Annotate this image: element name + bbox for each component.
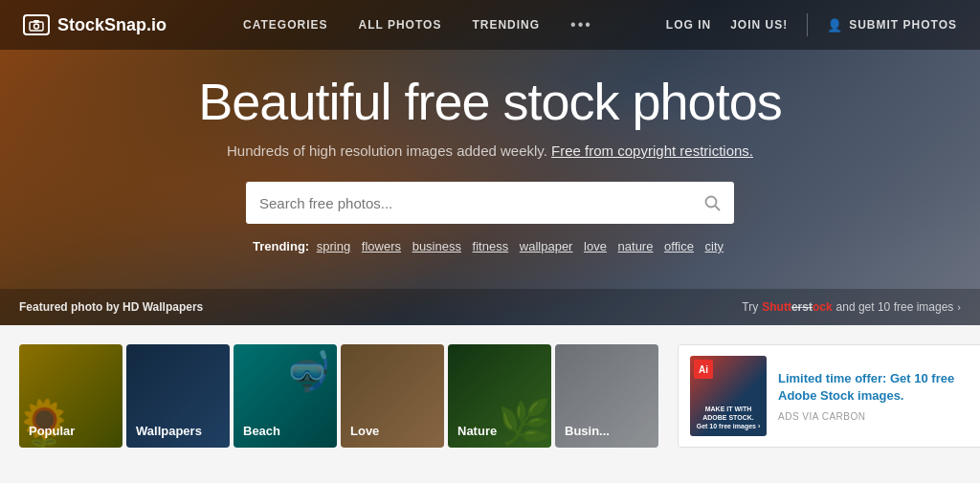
brand-name: StockSnap.io (57, 15, 167, 35)
nav-right: Log In Join Us! 👤 Submit Photos (666, 13, 957, 36)
trending-tag-spring[interactable]: spring (317, 239, 350, 253)
trending-row: Trending: spring flowers business fitnes… (19, 239, 961, 253)
trending-label: Trending: (253, 239, 309, 253)
submit-photos-button[interactable]: 👤 Submit Photos (827, 18, 957, 33)
search-button[interactable] (704, 195, 721, 211)
nav-all-photos-link[interactable]: All Photos (358, 18, 441, 32)
category-business[interactable]: Busin... (555, 344, 658, 448)
category-beach[interactable]: 🤿 Beach (234, 344, 337, 448)
adobe-logo: Ai (694, 360, 713, 379)
logo[interactable]: StockSnap.io (23, 14, 167, 35)
ad-source: ADS VIA CARBON (778, 411, 971, 422)
copyright-link[interactable]: Free from copyright restrictions. (551, 143, 753, 159)
hero-footer: Featured photo by HD Wallpapers Try Shut… (0, 289, 980, 325)
person-icon: 👤 (827, 18, 843, 33)
trending-tag-city[interactable]: city (705, 239, 724, 253)
shutterstock-promo[interactable]: Try Shutterstock and get 10 free images … (742, 300, 961, 314)
nav-more-dots[interactable]: ••• (570, 16, 592, 33)
category-popular-label: Popular (29, 424, 75, 438)
hero-title: Beautiful free stock photos (19, 72, 961, 131)
category-love[interactable]: Love (341, 344, 444, 448)
nav-join-link[interactable]: Join Us! (730, 18, 788, 32)
shutterstock-name: Shutterstock (762, 300, 832, 314)
search-input[interactable] (259, 195, 704, 211)
ad-image-text: MAKE IT WITH ADOBE STOCK.Get 10 free ima… (690, 405, 767, 436)
svg-line-4 (715, 206, 719, 209)
category-wallpapers-label: Wallpapers (136, 424, 202, 438)
nav-divider (807, 13, 808, 36)
trending-tag-business[interactable]: business (412, 239, 461, 253)
search-icon (704, 195, 721, 211)
trending-tag-fitness[interactable]: fitness (473, 239, 509, 253)
ad-text: Limited time offer: Get 10 free Adobe St… (778, 370, 971, 422)
navbar: StockSnap.io Categories All Photos Trend… (0, 0, 980, 50)
ad-headline[interactable]: Limited time offer: Get 10 free Adobe St… (778, 370, 971, 404)
nav-categories-link[interactable]: Categories (243, 18, 327, 32)
logo-icon (23, 14, 50, 35)
chevron-right-icon: › (957, 301, 961, 313)
trending-tag-flowers[interactable]: flowers (362, 239, 401, 253)
trending-tag-nature[interactable]: nature (618, 239, 654, 253)
nav-login-link[interactable]: Log In (666, 18, 711, 32)
trending-tag-love[interactable]: love (584, 239, 607, 253)
svg-point-1 (34, 24, 39, 29)
trending-tag-wallpaper[interactable]: wallpaper (520, 239, 573, 253)
featured-credit: Featured photo by HD Wallpapers (19, 300, 203, 314)
search-bar (246, 182, 734, 224)
hero-subtitle: Hundreds of high resolution images added… (19, 143, 961, 159)
category-business-label: Busin... (565, 424, 610, 438)
svg-rect-2 (33, 20, 39, 23)
hero-section: StockSnap.io Categories All Photos Trend… (0, 0, 980, 325)
nav-trending-link[interactable]: Trending (472, 18, 540, 32)
category-nature[interactable]: 🌿 Nature (448, 344, 551, 448)
ad-panel[interactable]: Ai MAKE IT WITH ADOBE STOCK.Get 10 free … (678, 344, 980, 448)
gallery-section: 🌻 Popular Wallpapers 🤿 Beach Love 🌿 (0, 325, 980, 448)
category-wallpapers[interactable]: Wallpapers (126, 344, 230, 448)
category-popular[interactable]: 🌻 Popular (19, 344, 122, 448)
hero-content: Beautiful free stock photos Hundreds of … (0, 72, 980, 253)
category-grid: 🌻 Popular Wallpapers 🤿 Beach Love 🌿 (0, 344, 658, 448)
category-nature-label: Nature (457, 424, 497, 438)
category-love-label: Love (350, 424, 379, 438)
ad-image: Ai MAKE IT WITH ADOBE STOCK.Get 10 free … (690, 356, 767, 436)
trending-tag-office[interactable]: office (664, 239, 694, 253)
category-beach-label: Beach (243, 424, 280, 438)
nav-center: Categories All Photos Trending ••• (243, 16, 592, 33)
